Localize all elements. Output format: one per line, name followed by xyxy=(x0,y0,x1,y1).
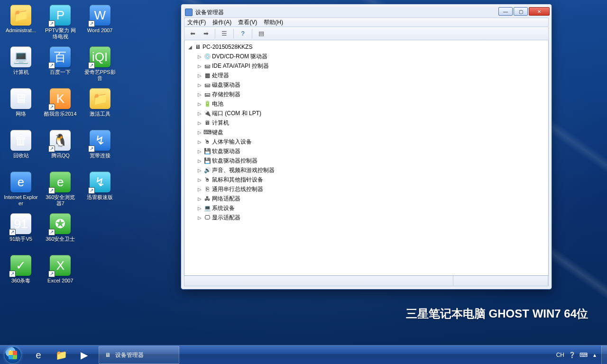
expand-icon[interactable]: ▷ xyxy=(197,186,202,192)
desktop-icon[interactable]: ↯↗宽带连接 xyxy=(82,128,118,170)
expand-icon[interactable]: ▷ xyxy=(197,205,202,211)
tree-node[interactable]: ▷🖥计算机 xyxy=(194,118,548,127)
icon-label: 迅雷极速版 xyxy=(87,194,113,200)
shortcut-overlay-icon: ↗ xyxy=(9,229,16,236)
desktop-icon[interactable]: ✪↗360安全卫士 xyxy=(42,211,78,253)
taskbar-task-device-manager[interactable]: 🖥 设备管理器 xyxy=(99,346,179,364)
tree-node[interactable]: ▷🖱鼠标和其他指针设备 xyxy=(194,175,548,184)
desktop-icon[interactable]: 📁激活工具 xyxy=(82,86,118,128)
tree-node[interactable]: ▷💾软盘驱动器控制器 xyxy=(194,156,548,165)
icon-label: 酷我音乐2014 xyxy=(44,111,76,117)
start-button[interactable] xyxy=(0,346,26,364)
desktop-icon[interactable]: ✓↗360杀毒 xyxy=(3,253,39,295)
desktop-icon[interactable]: e↗360安全浏览器7 xyxy=(42,170,78,211)
tree-node[interactable]: ▷🖴IDE ATA/ATAPI 控制器 xyxy=(194,61,548,71)
expand-icon[interactable]: ▷ xyxy=(197,139,202,145)
toolbar-details-button[interactable]: ▤ xyxy=(256,28,267,39)
titlebar[interactable]: 设备管理器 — ▢ ✕ xyxy=(184,7,549,18)
desktop-icon[interactable]: 🖥网络 xyxy=(3,86,39,128)
expand-icon[interactable]: ▷ xyxy=(197,215,202,220)
tree-node[interactable]: ▷⎘通用串行总线控制器 xyxy=(194,184,548,194)
expand-icon[interactable]: ▷ xyxy=(197,196,202,201)
tree-root-label: PC-20150528KKZS xyxy=(202,44,252,50)
device-category-icon: 🖴 xyxy=(203,62,211,70)
tree-node[interactable]: ▷🔊声音、视频和游戏控制器 xyxy=(194,165,548,175)
toolbar-separator xyxy=(233,29,234,38)
tray-keyboard-icon[interactable]: ⌨ xyxy=(579,351,587,359)
expand-icon[interactable]: ▷ xyxy=(197,101,202,107)
shortcut-overlay-icon: ↗ xyxy=(48,271,55,277)
desktop-icon[interactable]: 百↗百度一下 xyxy=(42,45,78,86)
desktop-icon[interactable]: iQI↗爱奇艺PPS影音 xyxy=(82,45,118,86)
menu-help[interactable]: 帮助(H) xyxy=(264,18,283,27)
expand-icon[interactable]: ▷ xyxy=(197,73,202,78)
desktop-icon[interactable]: X↗Excel 2007 xyxy=(42,253,78,295)
tree-node[interactable]: ▷🖴存储控制器 xyxy=(194,90,548,99)
desktop-icons: 📁Administrat...💻计算机🖥网络🗑回收站eInternet Expl… xyxy=(3,3,121,336)
desktop-icon[interactable]: 🐧↗腾讯QQ xyxy=(42,128,78,170)
icon-label: 网络 xyxy=(16,111,26,117)
toolbar-back-button[interactable]: ⬅ xyxy=(187,28,198,39)
toolbar-treeview-button[interactable]: ☰ xyxy=(219,28,230,39)
desktop-icon[interactable]: 91↗91助手V5 xyxy=(3,211,39,253)
collapse-icon[interactable]: ◢ xyxy=(187,44,193,50)
toolbar-forward-button[interactable]: ➡ xyxy=(201,28,211,39)
menu-action[interactable]: 操作(A) xyxy=(212,18,231,27)
tree-view[interactable]: ◢ 🖥 PC-20150528KKZS ▷💿DVD/CD-ROM 驱动器▷🖴ID… xyxy=(184,40,549,276)
tree-node[interactable]: ▷🖧网络适配器 xyxy=(194,194,548,203)
expand-icon[interactable]: ▷ xyxy=(197,158,202,164)
toolbar-help-button[interactable]: ? xyxy=(238,28,248,39)
tree-node[interactable]: ▷💻系统设备 xyxy=(194,203,548,213)
tree-node[interactable]: ▷💿DVD/CD-ROM 驱动器 xyxy=(194,52,548,61)
tree-node-label: 端口 (COM 和 LPT) xyxy=(212,109,261,118)
desktop-icon[interactable]: 💻计算机 xyxy=(3,45,39,86)
tray-ime[interactable]: CH xyxy=(556,352,564,358)
pinned-media-player[interactable]: ▶ xyxy=(73,346,95,364)
expand-icon[interactable]: ▷ xyxy=(197,167,202,173)
taskbar: e📁▶ 🖥 设备管理器 CH ❔ ⌨ ▴ xyxy=(0,345,607,364)
tree-node-label: 网络适配器 xyxy=(212,195,240,203)
pinned-ie[interactable]: e xyxy=(28,346,49,364)
expand-icon[interactable]: ▷ xyxy=(197,82,202,88)
toolbar-separator xyxy=(215,29,215,38)
expand-icon[interactable]: ▷ xyxy=(197,91,202,97)
tray-help-icon[interactable]: ❔ xyxy=(568,351,576,359)
icon-label: PPTV聚力 网络电视 xyxy=(43,27,77,40)
shortcut-overlay-icon: ↗ xyxy=(9,271,16,277)
desktop-icon[interactable]: P↗PPTV聚力 网络电视 xyxy=(42,3,78,45)
desktop-icon[interactable]: W↗Word 2007 xyxy=(82,3,118,45)
menu-file[interactable]: 文件(F) xyxy=(187,18,206,27)
expand-icon[interactable]: ▷ xyxy=(197,120,202,126)
tree-node[interactable]: ▷🔋电池 xyxy=(194,99,548,109)
expand-icon[interactable]: ▷ xyxy=(197,63,202,69)
tree-node[interactable]: ▷🔌端口 (COM 和 LPT) xyxy=(194,109,548,118)
maximize-button[interactable]: ▢ xyxy=(514,7,528,16)
tree-node[interactable]: ▷▦处理器 xyxy=(194,71,548,80)
desktop-icon[interactable]: K↗酷我音乐2014 xyxy=(42,86,78,128)
app-icon: P↗ xyxy=(50,5,71,26)
desktop-icon[interactable]: ↯↗迅雷极速版 xyxy=(82,170,118,211)
expand-icon[interactable]: ▷ xyxy=(197,177,202,182)
media-player-icon: ▶ xyxy=(81,349,88,361)
pinned-explorer[interactable]: 📁 xyxy=(50,346,72,364)
tree-root[interactable]: ◢ 🖥 PC-20150528KKZS xyxy=(184,42,548,52)
expand-icon[interactable]: ▷ xyxy=(197,110,202,116)
show-desktop-button[interactable] xyxy=(601,346,607,364)
tree-node[interactable]: ▷🖱人体学输入设备 xyxy=(194,137,548,146)
desktop-icon[interactable]: 🗑回收站 xyxy=(3,128,39,170)
icon-label: 计算机 xyxy=(13,69,29,75)
expand-icon[interactable]: ▷ xyxy=(197,148,202,154)
expand-icon[interactable]: ▷ xyxy=(197,129,202,135)
tray-expand-icon[interactable]: ▴ xyxy=(591,351,598,359)
tree-node[interactable]: ▷🖵显示适配器 xyxy=(194,213,548,222)
tree-node[interactable]: ▷🖴磁盘驱动器 xyxy=(194,80,548,90)
minimize-button[interactable]: — xyxy=(498,7,513,16)
close-button[interactable]: ✕ xyxy=(529,7,550,16)
tree-node[interactable]: ▷💾软盘驱动器 xyxy=(194,146,548,156)
menu-view[interactable]: 查看(V) xyxy=(238,18,257,27)
desktop-icon[interactable]: 📁Administrat... xyxy=(3,3,39,45)
expand-icon[interactable]: ▷ xyxy=(197,54,202,59)
desktop-icon[interactable]: eInternet Explorer xyxy=(3,170,39,211)
device-category-icon: 🖥 xyxy=(203,119,211,127)
tree-node[interactable]: ▷⌨键盘 xyxy=(194,127,548,137)
